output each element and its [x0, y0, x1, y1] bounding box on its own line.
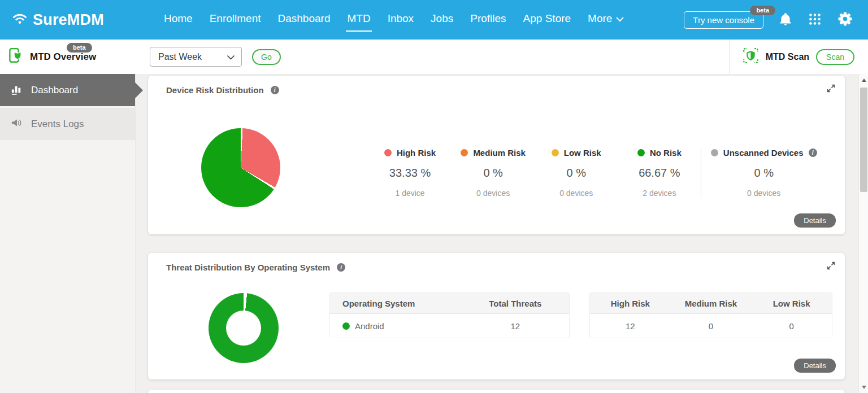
page-title: MTD Overview	[30, 51, 96, 63]
device-risk-title: Device Risk Distribution	[166, 85, 264, 95]
brand-name: SureMDM	[33, 11, 104, 29]
navbar-right: Try new console beta	[684, 11, 853, 29]
sidebar-item-label: Events Logs	[31, 119, 84, 130]
legend-dot	[637, 149, 645, 156]
legend-devices: 2 devices	[618, 189, 701, 198]
high-risk-cell: 12	[590, 321, 671, 331]
left-sidebar: Dashboard Events Logs	[0, 74, 136, 393]
device-risk-legend: High Risk 33.33 % 1 device Medium Risk 0…	[368, 148, 826, 198]
page-toolbar: MTD Overview beta Past Week Go MTD Scan …	[0, 40, 868, 74]
top-navbar: SureMDM Home Enrollment Dashboard MTD In…	[0, 0, 868, 40]
scroll-down-arrow[interactable]	[859, 382, 868, 392]
legend-percent: 0 %	[452, 167, 535, 180]
try-new-console-label: Try new console	[693, 15, 754, 25]
medium-risk-cell: 0	[671, 321, 752, 331]
settings-button[interactable]	[837, 11, 853, 29]
legend-label: No Risk	[650, 148, 682, 158]
nav-inbox[interactable]: Inbox	[387, 8, 415, 32]
nav-profiles[interactable]: Profiles	[469, 8, 507, 32]
sidebar-item-dashboard[interactable]: Dashboard	[0, 74, 135, 106]
legend-low-risk: Low Risk 0 % 0 devices	[535, 148, 618, 198]
gear-icon	[837, 11, 853, 29]
legend-devices: 0 devices	[452, 189, 535, 198]
nav-app-store[interactable]: App Store	[522, 8, 572, 32]
legend-dot	[461, 149, 468, 156]
info-icon[interactable]: i	[809, 149, 817, 157]
nav-more[interactable]: More	[587, 8, 625, 32]
console-beta-badge: beta	[750, 6, 775, 15]
threat-distribution-card: Threat Distribution By Operating System …	[148, 253, 845, 379]
nav-dashboard[interactable]: Dashboard	[277, 8, 332, 32]
threat-distribution-title: Threat Distribution By Operating System	[166, 263, 330, 272]
vertical-scrollbar[interactable]	[858, 74, 868, 393]
os-threats-table: Operating System Total Threats Android 1…	[329, 292, 570, 338]
column-header: Low Risk	[751, 299, 832, 308]
nav-enrollment[interactable]: Enrollment	[209, 8, 262, 32]
device-risk-pie-chart[interactable]	[201, 128, 280, 207]
scrollbar-thumb[interactable]	[860, 88, 867, 192]
mtd-scan-block: MTD Scan Scan	[730, 40, 868, 74]
notifications-button[interactable]	[778, 12, 793, 28]
mtd-scan-title: MTD Scan	[766, 52, 809, 62]
device-risk-details-button[interactable]: Details	[794, 213, 836, 228]
mtd-scan-icon	[743, 47, 759, 66]
nav-more-label: More	[588, 12, 612, 25]
risk-breakdown-table: High Risk Medium Risk Low Risk 12 0 0	[589, 292, 832, 338]
scroll-up-arrow[interactable]	[859, 75, 868, 85]
nav-mtd[interactable]: MTD	[346, 8, 371, 32]
chevron-down-icon	[616, 12, 624, 25]
megaphone-icon	[10, 116, 23, 132]
table-row[interactable]: 12 0 0	[590, 314, 832, 338]
bar-chart-icon	[10, 82, 23, 98]
expand-icon[interactable]	[826, 261, 836, 273]
nav-home[interactable]: Home	[163, 8, 194, 32]
legend-percent: 0 %	[701, 167, 826, 180]
total-threats-cell: 12	[462, 321, 569, 331]
legend-unscanned-devices: Unscanned Devices i 0 % 0 devices	[701, 148, 826, 198]
bell-icon	[778, 12, 793, 28]
legend-label: Unscanned Devices	[723, 148, 804, 158]
period-select[interactable]: Past Week	[150, 47, 242, 67]
scan-button[interactable]: Scan	[816, 49, 854, 65]
threat-distribution-details-button[interactable]: Details	[794, 359, 836, 373]
expand-icon[interactable]	[826, 84, 836, 95]
legend-high-risk: High Risk 33.33 % 1 device	[368, 148, 452, 198]
apps-grid-button[interactable]	[808, 12, 822, 28]
legend-label: Low Risk	[564, 148, 601, 158]
column-header: Total Threats	[462, 299, 569, 308]
page-title-block: MTD Overview beta	[0, 40, 136, 74]
try-new-console-button[interactable]: Try new console beta	[684, 11, 763, 29]
overview-beta-badge: beta	[67, 43, 92, 53]
legend-percent: 0 %	[535, 167, 618, 180]
info-icon[interactable]: i	[271, 86, 279, 94]
column-header: High Risk	[590, 299, 671, 308]
legend-medium-risk: Medium Risk 0 % 0 devices	[452, 148, 535, 198]
legend-no-risk: No Risk 66.67 % 2 devices	[618, 148, 701, 198]
info-icon[interactable]: i	[337, 263, 345, 272]
period-select-value: Past Week	[158, 52, 202, 62]
threat-os-donut-chart[interactable]	[209, 293, 279, 363]
column-header: Medium Risk	[671, 299, 752, 308]
nav-jobs[interactable]: Jobs	[429, 8, 454, 32]
legend-percent: 66.67 %	[618, 167, 701, 180]
column-header: Operating System	[330, 299, 462, 308]
grid-icon	[808, 12, 822, 28]
wifi-icon	[11, 10, 28, 29]
low-risk-cell: 0	[751, 321, 832, 331]
android-dot	[342, 322, 350, 330]
legend-dot	[552, 149, 559, 156]
sidebar-item-events-logs[interactable]: Events Logs	[0, 108, 135, 140]
main-nav: Home Enrollment Dashboard MTD Inbox Jobs…	[163, 8, 625, 32]
table-row[interactable]: Android 12	[330, 314, 569, 338]
legend-devices: 1 device	[368, 189, 452, 198]
legend-devices: 0 devices	[701, 189, 826, 198]
legend-label: Medium Risk	[473, 148, 526, 158]
device-risk-card: Device Risk Distribution i High Risk 33.…	[148, 76, 845, 234]
os-cell: Android	[355, 321, 384, 331]
go-button[interactable]: Go	[252, 49, 281, 65]
brand-logo[interactable]: SureMDM	[11, 10, 141, 29]
next-card-partial	[148, 390, 845, 393]
legend-dot	[384, 149, 392, 156]
legend-dot	[711, 149, 718, 156]
legend-percent: 33.33 %	[368, 167, 452, 180]
